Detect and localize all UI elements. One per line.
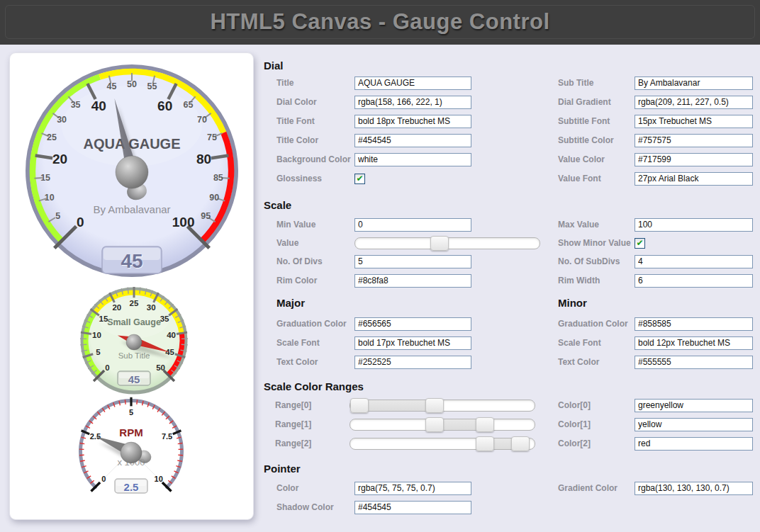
- svg-text:20: 20: [52, 152, 67, 166]
- field-row: Scale Font: [558, 336, 753, 350]
- value-font-input[interactable]: [635, 172, 753, 186]
- value-color-input[interactable]: [635, 153, 753, 166]
- small-gauge: 05101520253035404550Small GaugeSub Title…: [80, 287, 188, 392]
- section-heading-minor: Minor: [558, 297, 587, 309]
- subtitle-font-input[interactable]: [635, 115, 753, 128]
- slider-handle[interactable]: [476, 417, 494, 432]
- rim-color-input[interactable]: [354, 274, 471, 288]
- field-row: Show Minor Value ✔: [558, 236, 645, 250]
- settings-form: Dial Title Dial Color Title Font Title C…: [264, 0, 756, 532]
- svg-text:5: 5: [129, 408, 133, 417]
- section-heading-pointer: Pointer: [264, 463, 301, 475]
- color1-input[interactable]: [635, 418, 753, 431]
- dial-color-input[interactable]: [354, 96, 471, 109]
- field-label: Gradient Color: [558, 483, 635, 493]
- svg-text:By Ambalavanar: By Ambalavanar: [93, 203, 170, 215]
- checkmark-icon: ✔: [356, 174, 363, 183]
- rpm-gauge: 02.557.510RPMx 10002.52.5: [79, 397, 183, 494]
- rpm-gauge-value-box: 2.52.5: [115, 479, 147, 494]
- value-slider[interactable]: [354, 237, 540, 249]
- field-label: Scale Font: [558, 338, 635, 348]
- color2-input[interactable]: [635, 437, 753, 451]
- pointer-color-input[interactable]: [354, 482, 471, 495]
- svg-text:55: 55: [147, 81, 157, 91]
- svg-text:25: 25: [130, 299, 139, 307]
- shadow-color-input[interactable]: [354, 501, 471, 514]
- field-label: Color: [276, 483, 354, 493]
- field-label: Color[0]: [558, 400, 635, 410]
- slider-handle[interactable]: [511, 436, 530, 451]
- major-text-color-input[interactable]: [354, 356, 471, 369]
- range1-slider[interactable]: [350, 419, 535, 431]
- gradient-color-input[interactable]: [635, 482, 753, 495]
- slider-handle[interactable]: [350, 398, 369, 413]
- min-value-input[interactable]: [354, 218, 471, 232]
- dial-gradient-input[interactable]: [635, 96, 753, 109]
- field-label: Color[1]: [558, 419, 635, 429]
- title-color-input[interactable]: [354, 134, 471, 147]
- field-label: Subtitle Color: [558, 135, 635, 145]
- svg-text:70: 70: [197, 115, 207, 125]
- slider-handle[interactable]: [430, 236, 449, 251]
- slider-handle[interactable]: [425, 417, 444, 432]
- svg-text:25: 25: [47, 132, 57, 142]
- rim-width-input[interactable]: [635, 274, 753, 288]
- aqua-gauge-value-box: 4545: [102, 247, 162, 273]
- svg-text:75: 75: [207, 132, 217, 142]
- field-row: Title Color: [276, 133, 471, 147]
- minor-scale-font-input[interactable]: [635, 336, 753, 350]
- field-row: Gradient Color: [558, 481, 753, 495]
- field-row: Background Color: [276, 152, 471, 166]
- svg-text:90: 90: [209, 193, 219, 203]
- no-of-divs-input[interactable]: [354, 255, 471, 268]
- major-graduation-color-input[interactable]: [354, 317, 471, 331]
- svg-text:10: 10: [155, 475, 163, 483]
- svg-text:0: 0: [105, 363, 109, 372]
- field-row: Subtitle Color: [558, 133, 753, 147]
- svg-text:45: 45: [128, 373, 140, 385]
- minor-text-color-input[interactable]: [635, 356, 753, 369]
- svg-text:45: 45: [121, 250, 142, 272]
- field-label: Scale Font: [276, 338, 354, 348]
- gauge-panel: 0510152025303540455055606570758085909510…: [9, 52, 254, 520]
- svg-text:40: 40: [167, 331, 176, 339]
- range2-slider[interactable]: [350, 438, 535, 450]
- range0-slider[interactable]: [350, 400, 535, 412]
- slider-handle[interactable]: [476, 436, 494, 451]
- svg-text:10: 10: [92, 331, 101, 339]
- field-row: Color[1]: [558, 417, 753, 431]
- svg-text:45: 45: [107, 81, 117, 91]
- minor-graduation-color-input[interactable]: [635, 317, 753, 331]
- field-label: Title Color: [276, 135, 354, 145]
- field-label: Sub Title: [558, 78, 635, 88]
- svg-text:35: 35: [71, 100, 81, 110]
- field-label: Range[0]: [275, 400, 350, 410]
- svg-text:10: 10: [45, 193, 55, 203]
- major-scale-font-input[interactable]: [354, 336, 471, 350]
- glossiness-checkbox[interactable]: ✔: [354, 174, 365, 184]
- field-row: Rim Color: [276, 273, 471, 288]
- svg-text:5: 5: [55, 211, 60, 221]
- color0-input[interactable]: [635, 399, 753, 412]
- subtitle-color-input[interactable]: [635, 134, 753, 147]
- aqua-gauge: 0510152025303540455055606570758085909510…: [28, 67, 236, 275]
- title-font-input[interactable]: [354, 115, 471, 128]
- rpm-gauge-hub: [121, 442, 142, 463]
- field-label: Subtitle Font: [558, 116, 635, 126]
- no-of-subdivs-input[interactable]: [635, 255, 753, 268]
- show-minor-value-checkbox[interactable]: ✔: [635, 238, 645, 249]
- field-label: Range[2]: [275, 438, 350, 448]
- field-row: Range[2]: [275, 436, 535, 451]
- dial-title-input[interactable]: [354, 77, 471, 90]
- svg-text:60: 60: [157, 98, 172, 113]
- slider-handle[interactable]: [425, 398, 444, 413]
- svg-text:35: 35: [160, 315, 169, 323]
- background-color-input[interactable]: [354, 153, 471, 166]
- max-value-input[interactable]: [635, 218, 753, 232]
- subtitle-input[interactable]: [635, 77, 753, 90]
- small-gauge-hub: [126, 334, 142, 350]
- field-row: Color: [276, 481, 471, 495]
- svg-text:65: 65: [183, 100, 193, 110]
- gauge-canvas: 0510152025303540455055606570758085909510…: [10, 53, 253, 519]
- svg-text:0: 0: [77, 215, 84, 230]
